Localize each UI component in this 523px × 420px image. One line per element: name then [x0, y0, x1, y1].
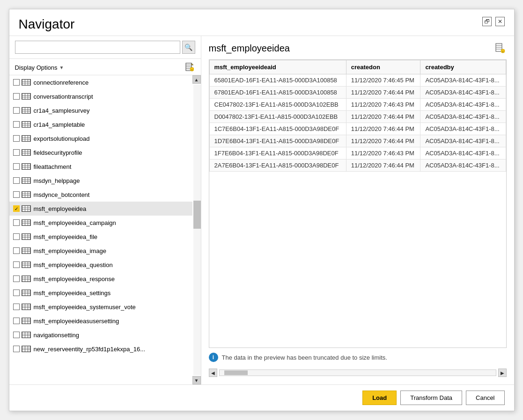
restore-button[interactable]: 🗗	[482, 17, 492, 26]
table-icon	[22, 107, 31, 114]
scroll-up-button[interactable]: ▲	[192, 75, 201, 84]
list-item-checkbox[interactable]	[13, 191, 20, 198]
transform-data-button[interactable]: Transform Data	[400, 391, 462, 405]
svg-rect-87	[22, 304, 30, 310]
list-item-checkbox[interactable]	[13, 205, 20, 212]
table-icon	[22, 121, 31, 128]
scrollbar-thumb[interactable]	[193, 201, 201, 229]
list-item-checkbox[interactable]	[13, 79, 20, 86]
svg-marker-4	[192, 63, 193, 65]
list-item[interactable]: new_reserveentity_rp53fd1p1ekxpa_16...	[9, 342, 192, 356]
list-item-checkbox[interactable]	[13, 304, 20, 310]
display-options-label: Display Options	[15, 64, 58, 71]
table-cell: 1C7E6B04-13F1-EA11-A815-000D3A98DE0F	[209, 123, 346, 135]
list-item[interactable]: msft_employeeidea_question	[9, 258, 192, 272]
svg-rect-82	[22, 290, 30, 296]
list-item[interactable]: msft_employeeidea_systemuser_vote	[9, 300, 192, 314]
load-button[interactable]: Load	[362, 391, 397, 405]
list-item-checkbox[interactable]	[13, 149, 20, 156]
h-scroll-left-button[interactable]: ◀	[209, 369, 217, 377]
list-item[interactable]: msdyn_helppage	[9, 174, 192, 188]
list-item-checkbox[interactable]	[13, 332, 20, 338]
cancel-button[interactable]: Cancel	[466, 391, 504, 405]
table-cell: 1D7E6B04-13F1-EA11-A815-000D3A98DE0F	[209, 135, 346, 147]
list-item-checkbox[interactable]	[13, 163, 20, 170]
table-header-cell: createdon	[346, 60, 420, 74]
file-icon-button[interactable]: ↑	[184, 62, 195, 73]
list-item-name: msft_employeeidea	[34, 205, 87, 212]
list-item[interactable]: msft_employeeidea_file	[9, 230, 192, 244]
svg-rect-47	[22, 192, 30, 197]
list-item-checkbox[interactable]	[13, 290, 20, 296]
svg-rect-37	[22, 164, 30, 169]
list-item-checkbox[interactable]	[13, 177, 20, 184]
list-item-checkbox[interactable]	[13, 219, 20, 226]
table-icon	[22, 135, 31, 142]
list-item[interactable]: navigationsetting	[9, 328, 192, 342]
list-item-name: conversationtranscript	[34, 93, 93, 100]
search-input[interactable]	[15, 41, 180, 54]
preview-icon-button[interactable]: ↑	[494, 42, 507, 55]
h-scroll-right-button[interactable]: ▶	[498, 369, 507, 377]
list-item-name: msft_employeeidea_settings	[34, 290, 111, 297]
scroll-arrows: ▲ ▼	[192, 75, 201, 384]
list-item-name: fileattachment	[34, 163, 72, 170]
list-item[interactable]: connectionreference	[9, 75, 192, 89]
table-icon	[22, 233, 31, 240]
truncate-text: The data in the preview has been truncat…	[222, 354, 387, 361]
svg-rect-27	[22, 136, 30, 141]
table-row: CE047802-13F1-EA11-A815-000D3A102EBB11/1…	[209, 99, 506, 111]
search-button[interactable]: 🔍	[182, 41, 195, 54]
table-cell: CE047802-13F1-EA11-A815-000D3A102EBB	[209, 99, 346, 111]
list-item[interactable]: fileattachment	[9, 159, 192, 174]
svg-rect-102	[22, 346, 30, 352]
list-item-checkbox[interactable]	[13, 318, 20, 324]
list-item-checkbox[interactable]	[13, 107, 20, 114]
table-icon	[22, 79, 31, 86]
list-item[interactable]: fieldsecurityprofile	[9, 145, 192, 159]
list-item[interactable]: msft_employeeidea_image	[9, 244, 192, 258]
table-row: 1D7E6B04-13F1-EA11-A815-000D3A98DE0F11/1…	[209, 135, 506, 147]
list-items-container: connectionreference conversationtranscri…	[9, 75, 201, 356]
list-item-checkbox[interactable]	[13, 93, 20, 100]
table-header-cell: createdby	[420, 60, 506, 74]
table-icon	[22, 275, 31, 282]
list-item[interactable]: msft_employeeidea	[9, 202, 192, 216]
horizontal-scroll-bar: ◀ ▶	[209, 367, 507, 379]
table-cell: AC05AD3A-814C-43F1-8...	[420, 123, 506, 135]
close-button[interactable]: ✕	[495, 17, 505, 26]
list-item-checkbox[interactable]	[13, 261, 20, 268]
table-icon	[22, 93, 31, 100]
table-row: 65801EAD-16F1-EA11-A815-000D3A10085811/1…	[209, 74, 506, 87]
list-item[interactable]: cr1a4_sampletable	[9, 117, 192, 131]
table-row: 2A7E6B04-13F1-EA11-A815-000D3A98DE0F11/1…	[209, 159, 506, 172]
table-row: 67801EAD-16F1-EA11-A815-000D3A10085811/1…	[209, 87, 506, 99]
list-item-checkbox[interactable]	[13, 135, 20, 142]
list-item-checkbox[interactable]	[13, 275, 20, 282]
info-icon: i	[209, 353, 218, 362]
list-item[interactable]: msft_employeeidea_campaign	[9, 216, 192, 230]
list-item-checkbox[interactable]	[13, 233, 20, 240]
scroll-down-button[interactable]: ▼	[192, 376, 201, 384]
table-cell: 11/12/2020 7:46:44 PM	[346, 135, 420, 147]
list-item[interactable]: msft_employeeideasusersetting	[9, 314, 192, 328]
list-item-name: msft_employeeidea_image	[34, 247, 106, 254]
list-item[interactable]: exportsolutionupload	[9, 131, 192, 145]
svg-rect-57	[22, 220, 30, 225]
svg-rect-52	[22, 206, 30, 211]
h-scroll-thumb[interactable]	[224, 370, 248, 375]
scrollbar-track	[193, 85, 201, 375]
display-options-button[interactable]: Display Options ▼	[15, 64, 64, 71]
list-item[interactable]: msdynce_botcontent	[9, 188, 192, 202]
list-item-checkbox[interactable]	[13, 346, 20, 352]
list-item-checkbox[interactable]	[13, 121, 20, 128]
svg-rect-32	[22, 150, 30, 155]
list-item[interactable]: msft_employeeidea_response	[9, 272, 192, 286]
list-item-checkbox[interactable]	[13, 247, 20, 254]
table-cell: 2A7E6B04-13F1-EA11-A815-000D3A98DE0F	[209, 159, 346, 172]
list-item[interactable]: cr1a4_samplesurvey	[9, 103, 192, 117]
list-item[interactable]: conversationtranscript	[9, 89, 192, 103]
table-icon	[22, 346, 31, 352]
list-item[interactable]: msft_employeeidea_settings	[9, 286, 192, 300]
table-cell: 11/12/2020 7:46:43 PM	[346, 147, 420, 159]
